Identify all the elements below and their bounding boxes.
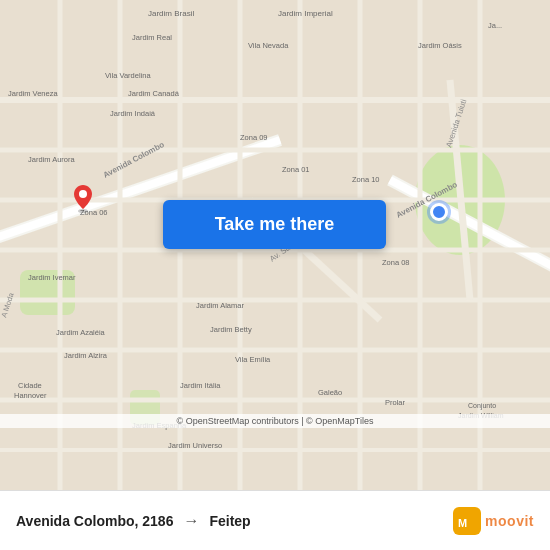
svg-text:Jardim Veneza: Jardim Veneza bbox=[8, 89, 58, 98]
destination-marker bbox=[430, 203, 448, 221]
svg-text:Jardim Itália: Jardim Itália bbox=[180, 381, 221, 390]
svg-text:M: M bbox=[458, 517, 467, 529]
svg-text:Jardim Ivemar: Jardim Ivemar bbox=[28, 273, 76, 282]
svg-text:Jardim Indaiá: Jardim Indaiá bbox=[110, 109, 156, 118]
moovit-icon: M bbox=[453, 507, 481, 535]
svg-text:Conjunto: Conjunto bbox=[468, 402, 496, 410]
svg-text:Jardim Oásis: Jardim Oásis bbox=[418, 41, 462, 50]
destination-label: Feitep bbox=[209, 513, 250, 529]
svg-text:Zona 08: Zona 08 bbox=[382, 258, 410, 267]
svg-point-63 bbox=[78, 209, 88, 213]
take-me-there-button[interactable]: Take me there bbox=[163, 200, 386, 249]
svg-text:Jardim Universo: Jardim Universo bbox=[168, 441, 222, 450]
origin-label: Avenida Colombo, 2186 bbox=[16, 513, 173, 529]
bottom-bar: Avenida Colombo, 2186 → Feitep M moovit bbox=[0, 490, 550, 550]
svg-text:Hannover: Hannover bbox=[14, 391, 47, 400]
origin-marker bbox=[72, 185, 94, 213]
svg-text:Jardim Alzira: Jardim Alzira bbox=[64, 351, 108, 360]
svg-text:Jardim Real: Jardim Real bbox=[132, 33, 172, 42]
moovit-logo: M moovit bbox=[453, 507, 534, 535]
map-container: Jardim Brasil Jardim Imperial Jardim Rea… bbox=[0, 0, 550, 490]
svg-text:Jardim Canadá: Jardim Canadá bbox=[128, 89, 180, 98]
svg-text:Jardim Betty: Jardim Betty bbox=[210, 325, 252, 334]
svg-text:Prolar: Prolar bbox=[385, 398, 406, 407]
svg-text:Cidade: Cidade bbox=[18, 381, 42, 390]
svg-text:Galeão: Galeão bbox=[318, 388, 342, 397]
moovit-brand-name: moovit bbox=[485, 513, 534, 529]
svg-text:Vila Nevada: Vila Nevada bbox=[248, 41, 289, 50]
svg-text:Jardim Azaléia: Jardim Azaléia bbox=[56, 328, 106, 337]
svg-text:Zona 09: Zona 09 bbox=[240, 133, 268, 142]
svg-text:Jardim Aurora: Jardim Aurora bbox=[28, 155, 76, 164]
svg-text:Jardim Brasil: Jardim Brasil bbox=[148, 9, 194, 18]
svg-text:Ja...: Ja... bbox=[488, 21, 502, 30]
svg-point-64 bbox=[79, 190, 87, 198]
svg-text:Zona 10: Zona 10 bbox=[352, 175, 380, 184]
svg-text:Vila Emília: Vila Emília bbox=[235, 355, 271, 364]
map-attribution: © OpenStreetMap contributors | © OpenMap… bbox=[0, 414, 550, 428]
svg-text:Vila Vardelina: Vila Vardelina bbox=[105, 71, 151, 80]
svg-text:Zona 01: Zona 01 bbox=[282, 165, 310, 174]
svg-text:Jardim Alamar: Jardim Alamar bbox=[196, 301, 244, 310]
direction-arrow: → bbox=[183, 512, 199, 530]
svg-text:Jardim Imperial: Jardim Imperial bbox=[278, 9, 333, 18]
